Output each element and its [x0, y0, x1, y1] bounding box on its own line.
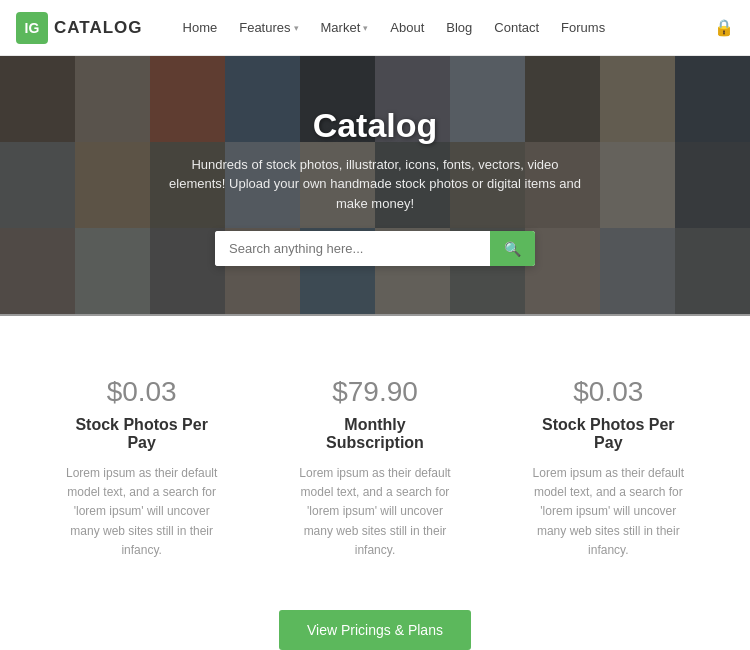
- nav-blog[interactable]: Blog: [436, 12, 482, 43]
- chevron-down-icon: ▾: [363, 23, 368, 33]
- nav-home[interactable]: Home: [173, 12, 228, 43]
- pricing-title-2: Monthly Subscription: [293, 416, 456, 452]
- search-icon: 🔍: [504, 241, 521, 257]
- search-button[interactable]: 🔍: [490, 231, 535, 266]
- pricing-section: $0.03 Stock Photos Per Pay Lorem ipsum a…: [0, 316, 750, 650]
- hero-overlay: Catalog Hundreds of stock photos, illust…: [0, 56, 750, 316]
- pricing-card-3: $0.03 Stock Photos Per Pay Lorem ipsum a…: [507, 366, 710, 570]
- pricing-title-1: Stock Photos Per Pay: [60, 416, 223, 452]
- nav-features[interactable]: Features ▾: [229, 12, 308, 43]
- nav-contact[interactable]: Contact: [484, 12, 549, 43]
- pricing-desc-1: Lorem ipsum as their default model text,…: [60, 464, 223, 560]
- pricing-desc-3: Lorem ipsum as their default model text,…: [527, 464, 690, 560]
- hero-title: Catalog: [313, 106, 438, 145]
- pricing-card-2: $79.90 Monthly Subscription Lorem ipsum …: [273, 366, 476, 570]
- pricing-desc-2: Lorem ipsum as their default model text,…: [293, 464, 456, 560]
- nav-market[interactable]: Market ▾: [311, 12, 379, 43]
- hero-subtitle: Hundreds of stock photos, illustrator, i…: [165, 155, 585, 214]
- pricing-grid: $0.03 Stock Photos Per Pay Lorem ipsum a…: [40, 366, 710, 570]
- search-input[interactable]: [215, 231, 490, 266]
- brand-name: CATALOG: [54, 18, 143, 38]
- pricing-price-3: $0.03: [527, 376, 690, 408]
- view-plans-button[interactable]: View Pricings & Plans: [279, 610, 471, 650]
- chevron-down-icon: ▾: [294, 23, 299, 33]
- hero-section: Catalog Hundreds of stock photos, illust…: [0, 56, 750, 316]
- brand[interactable]: IG CATALOG: [16, 12, 143, 44]
- brand-icon: IG: [16, 12, 48, 44]
- nav-about[interactable]: About: [380, 12, 434, 43]
- navbar: IG CATALOG Home Features ▾ Market ▾ Abou…: [0, 0, 750, 56]
- lock-icon[interactable]: 🔒: [714, 19, 734, 36]
- pricing-title-3: Stock Photos Per Pay: [527, 416, 690, 452]
- pricing-price-1: $0.03: [60, 376, 223, 408]
- nav-right: 🔒: [714, 18, 734, 37]
- nav-links: Home Features ▾ Market ▾ About Blog Cont…: [173, 12, 714, 43]
- search-bar: 🔍: [215, 231, 535, 266]
- pricing-card-1: $0.03 Stock Photos Per Pay Lorem ipsum a…: [40, 366, 243, 570]
- pricing-price-2: $79.90: [293, 376, 456, 408]
- nav-forums[interactable]: Forums: [551, 12, 615, 43]
